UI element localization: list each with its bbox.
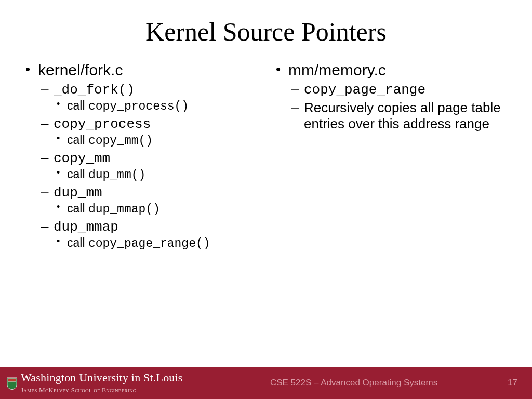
list-item: call dup_mmap() [54, 202, 258, 216]
called-fn: copy_mm() [88, 134, 153, 148]
list-item: call copy_mm() [54, 133, 258, 148]
description-text: Recursively copies all page table entrie… [304, 100, 501, 131]
list-item: dup_mm call dup_mmap() [38, 184, 258, 216]
called-fn: dup_mmap() [88, 203, 160, 216]
list-item: kernel/fork.c _do_fork() call copy_proce… [23, 61, 258, 250]
course-label: CSE 522S – Advanced Operating Systems [200, 378, 508, 388]
page-number: 17 [508, 378, 522, 388]
call-word: call [67, 133, 85, 147]
function-name: copy_mm [54, 151, 110, 166]
function-name: _do_fork() [54, 82, 135, 98]
slide-title: Kernel Source Pointers [0, 0, 532, 61]
function-name: copy_process [54, 116, 151, 132]
call-word: call [67, 236, 85, 249]
list-item: _do_fork() call copy_process() [38, 81, 258, 113]
list-item: mm/memory.c copy_page_range Recursively … [274, 61, 509, 132]
function-name: dup_mmap [54, 219, 118, 235]
called-fn: dup_mm() [88, 168, 145, 182]
call-word: call [67, 99, 85, 112]
list-item: copy_page_range [288, 81, 509, 98]
list-item: Recursively copies all page table entrie… [288, 100, 509, 132]
right-column: mm/memory.c copy_page_range Recursively … [266, 61, 516, 367]
list-item: copy_mm call dup_mm() [38, 150, 258, 182]
left-column: kernel/fork.c _do_fork() call copy_proce… [16, 61, 266, 367]
list-item: call dup_mm() [54, 167, 258, 182]
called-fn: copy_process() [88, 100, 189, 113]
shield-icon [6, 377, 18, 390]
call-word: call [67, 167, 85, 181]
called-fn: copy_page_range() [88, 237, 210, 250]
list-item: dup_mmap call copy_page_range() [38, 218, 258, 250]
divider-line [21, 385, 200, 385]
school-name: James McKelvey School of Engineering [21, 387, 200, 394]
wordmark: Washington University in St.Louis James … [21, 371, 200, 394]
file-name: kernel/fork.c [38, 61, 123, 78]
file-name: mm/memory.c [288, 61, 386, 78]
function-name: copy_page_range [304, 82, 425, 98]
logo-block: Washington University in St.Louis James … [6, 371, 200, 394]
list-item: call copy_process() [54, 99, 258, 113]
university-name: Washington University in St.Louis [21, 371, 200, 384]
list-item: call copy_page_range() [54, 236, 258, 250]
function-name: dup_mm [54, 185, 102, 201]
slide: Kernel Source Pointers kernel/fork.c _do… [0, 0, 532, 399]
content-area: kernel/fork.c _do_fork() call copy_proce… [0, 61, 532, 367]
footer-bar: Washington University in St.Louis James … [0, 367, 532, 399]
svg-rect-0 [8, 379, 16, 382]
call-word: call [67, 202, 85, 215]
list-item: copy_process call copy_mm() [38, 115, 258, 148]
